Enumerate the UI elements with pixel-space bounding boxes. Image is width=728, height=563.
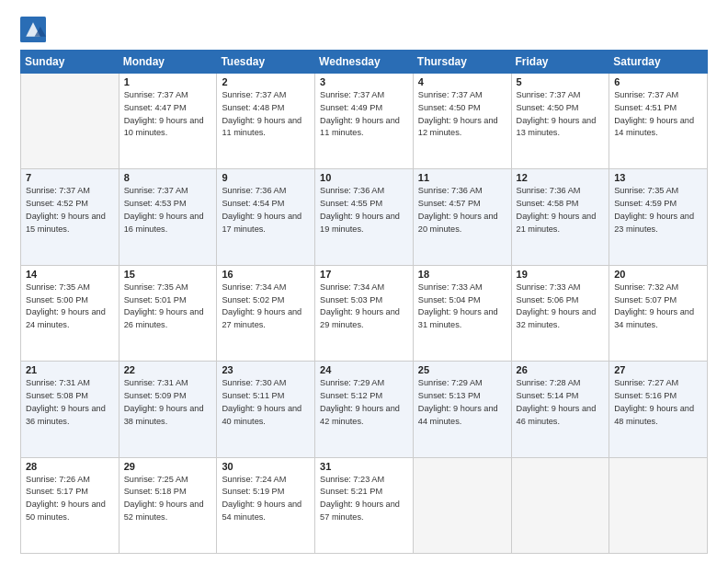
day-number: 3 — [320, 76, 408, 87]
day-info: Sunrise: 7:31 AMSunset: 5:09 PMDaylight:… — [124, 377, 212, 428]
calendar-cell: 15Sunrise: 7:35 AMSunset: 5:01 PMDayligh… — [119, 265, 217, 361]
day-info: Sunrise: 7:29 AMSunset: 5:12 PMDaylight:… — [320, 377, 408, 428]
day-info: Sunrise: 7:37 AMSunset: 4:53 PMDaylight:… — [124, 185, 212, 236]
day-info: Sunrise: 7:35 AMSunset: 5:00 PMDaylight:… — [26, 282, 114, 332]
day-number: 24 — [320, 364, 408, 375]
calendar-cell: 16Sunrise: 7:34 AMSunset: 5:02 PMDayligh… — [217, 265, 315, 361]
day-info: Sunrise: 7:34 AMSunset: 5:02 PMDaylight:… — [222, 282, 310, 332]
day-number: 28 — [26, 461, 114, 472]
day-info: Sunrise: 7:32 AMSunset: 5:07 PMDaylight:… — [614, 282, 702, 332]
day-info: Sunrise: 7:37 AMSunset: 4:52 PMDaylight:… — [26, 185, 114, 236]
calendar-cell: 20Sunrise: 7:32 AMSunset: 5:07 PMDayligh… — [609, 265, 708, 361]
calendar-header-row: SundayMondayTuesdayWednesdayThursdayFrid… — [21, 51, 708, 74]
day-info: Sunrise: 7:36 AMSunset: 4:58 PMDaylight:… — [517, 185, 605, 236]
day-info: Sunrise: 7:30 AMSunset: 5:11 PMDaylight:… — [222, 377, 310, 428]
day-info: Sunrise: 7:34 AMSunset: 5:03 PMDaylight:… — [320, 282, 408, 332]
calendar-cell: 2Sunrise: 7:37 AMSunset: 4:48 PMDaylight… — [217, 74, 315, 169]
day-number: 15 — [124, 269, 212, 280]
calendar-cell: 29Sunrise: 7:25 AMSunset: 5:18 PMDayligh… — [119, 457, 217, 553]
day-number: 6 — [614, 76, 702, 87]
day-info: Sunrise: 7:36 AMSunset: 4:57 PMDaylight:… — [418, 185, 506, 236]
day-info: Sunrise: 7:28 AMSunset: 5:14 PMDaylight:… — [517, 377, 605, 428]
calendar-header-wednesday: Wednesday — [315, 51, 414, 74]
calendar-cell: 27Sunrise: 7:27 AMSunset: 5:16 PMDayligh… — [609, 362, 708, 457]
calendar-header-monday: Monday — [119, 51, 217, 74]
calendar-cell: 6Sunrise: 7:37 AMSunset: 4:51 PMDaylight… — [609, 74, 708, 169]
calendar-week-row: 1Sunrise: 7:37 AMSunset: 4:47 PMDaylight… — [21, 74, 708, 169]
day-number: 1 — [124, 76, 212, 87]
calendar-cell: 30Sunrise: 7:24 AMSunset: 5:19 PMDayligh… — [217, 457, 315, 553]
calendar-cell: 11Sunrise: 7:36 AMSunset: 4:57 PMDayligh… — [413, 169, 511, 265]
page: SundayMondayTuesdayWednesdayThursdayFrid… — [0, 0, 728, 563]
day-number: 19 — [517, 269, 605, 280]
day-number: 16 — [222, 269, 310, 280]
calendar-header-tuesday: Tuesday — [217, 51, 315, 74]
calendar-cell: 1Sunrise: 7:37 AMSunset: 4:47 PMDaylight… — [119, 74, 217, 169]
day-info: Sunrise: 7:24 AMSunset: 5:19 PMDaylight:… — [222, 474, 310, 524]
day-info: Sunrise: 7:37 AMSunset: 4:48 PMDaylight:… — [222, 89, 310, 140]
day-info: Sunrise: 7:27 AMSunset: 5:16 PMDaylight:… — [614, 377, 702, 428]
day-number: 2 — [222, 76, 310, 87]
day-info: Sunrise: 7:37 AMSunset: 4:51 PMDaylight:… — [614, 89, 702, 140]
day-info: Sunrise: 7:25 AMSunset: 5:18 PMDaylight:… — [124, 474, 212, 524]
logo — [20, 17, 51, 42]
day-info: Sunrise: 7:37 AMSunset: 4:47 PMDaylight:… — [124, 89, 212, 140]
day-number: 11 — [418, 172, 506, 183]
calendar-header-friday: Friday — [511, 51, 609, 74]
day-number: 12 — [517, 172, 605, 183]
day-info: Sunrise: 7:37 AMSunset: 4:50 PMDaylight:… — [517, 89, 605, 140]
day-info: Sunrise: 7:29 AMSunset: 5:13 PMDaylight:… — [418, 377, 506, 428]
calendar-cell: 3Sunrise: 7:37 AMSunset: 4:49 PMDaylight… — [315, 74, 414, 169]
calendar-week-row: 28Sunrise: 7:26 AMSunset: 5:17 PMDayligh… — [21, 457, 708, 553]
day-number: 17 — [320, 269, 408, 280]
day-info: Sunrise: 7:26 AMSunset: 5:17 PMDaylight:… — [26, 474, 114, 524]
day-number: 5 — [517, 76, 605, 87]
calendar-cell: 7Sunrise: 7:37 AMSunset: 4:52 PMDaylight… — [21, 169, 119, 265]
calendar-cell: 25Sunrise: 7:29 AMSunset: 5:13 PMDayligh… — [413, 362, 511, 457]
day-number: 7 — [26, 172, 114, 183]
calendar-week-row: 7Sunrise: 7:37 AMSunset: 4:52 PMDaylight… — [21, 169, 708, 265]
calendar-cell: 10Sunrise: 7:36 AMSunset: 4:55 PMDayligh… — [315, 169, 414, 265]
calendar-week-row: 14Sunrise: 7:35 AMSunset: 5:00 PMDayligh… — [21, 265, 708, 361]
day-info: Sunrise: 7:35 AMSunset: 5:01 PMDaylight:… — [124, 282, 212, 332]
day-info: Sunrise: 7:31 AMSunset: 5:08 PMDaylight:… — [26, 377, 114, 428]
day-number: 10 — [320, 172, 408, 183]
day-number: 4 — [418, 76, 506, 87]
day-number: 26 — [517, 364, 605, 375]
calendar-cell: 5Sunrise: 7:37 AMSunset: 4:50 PMDaylight… — [511, 74, 609, 169]
calendar-cell: 24Sunrise: 7:29 AMSunset: 5:12 PMDayligh… — [315, 362, 414, 457]
calendar-cell: 22Sunrise: 7:31 AMSunset: 5:09 PMDayligh… — [119, 362, 217, 457]
calendar-cell: 14Sunrise: 7:35 AMSunset: 5:00 PMDayligh… — [21, 265, 119, 361]
calendar-cell: 8Sunrise: 7:37 AMSunset: 4:53 PMDaylight… — [119, 169, 217, 265]
calendar-table: SundayMondayTuesdayWednesdayThursdayFrid… — [20, 50, 708, 554]
logo-icon — [20, 17, 46, 42]
calendar-cell: 26Sunrise: 7:28 AMSunset: 5:14 PMDayligh… — [511, 362, 609, 457]
calendar-cell: 17Sunrise: 7:34 AMSunset: 5:03 PMDayligh… — [315, 265, 414, 361]
day-number: 27 — [614, 364, 702, 375]
calendar-header-sunday: Sunday — [21, 51, 119, 74]
calendar-week-row: 21Sunrise: 7:31 AMSunset: 5:08 PMDayligh… — [21, 362, 708, 457]
calendar-cell — [413, 457, 511, 553]
day-number: 18 — [418, 269, 506, 280]
day-info: Sunrise: 7:36 AMSunset: 4:55 PMDaylight:… — [320, 185, 408, 236]
calendar-cell: 19Sunrise: 7:33 AMSunset: 5:06 PMDayligh… — [511, 265, 609, 361]
day-number: 21 — [26, 364, 114, 375]
day-info: Sunrise: 7:37 AMSunset: 4:50 PMDaylight:… — [418, 89, 506, 140]
day-info: Sunrise: 7:33 AMSunset: 5:06 PMDaylight:… — [517, 282, 605, 332]
day-info: Sunrise: 7:35 AMSunset: 4:59 PMDaylight:… — [614, 185, 702, 236]
day-number: 8 — [124, 172, 212, 183]
day-number: 20 — [614, 269, 702, 280]
calendar-cell — [21, 74, 119, 169]
calendar-cell: 28Sunrise: 7:26 AMSunset: 5:17 PMDayligh… — [21, 457, 119, 553]
day-number: 13 — [614, 172, 702, 183]
calendar-cell — [511, 457, 609, 553]
day-number: 23 — [222, 364, 310, 375]
day-info: Sunrise: 7:36 AMSunset: 4:54 PMDaylight:… — [222, 185, 310, 236]
day-info: Sunrise: 7:33 AMSunset: 5:04 PMDaylight:… — [418, 282, 506, 332]
calendar-cell: 31Sunrise: 7:23 AMSunset: 5:21 PMDayligh… — [315, 457, 414, 553]
day-number: 22 — [124, 364, 212, 375]
calendar-cell: 21Sunrise: 7:31 AMSunset: 5:08 PMDayligh… — [21, 362, 119, 457]
day-number: 29 — [124, 461, 212, 472]
header — [20, 17, 708, 42]
day-info: Sunrise: 7:37 AMSunset: 4:49 PMDaylight:… — [320, 89, 408, 140]
